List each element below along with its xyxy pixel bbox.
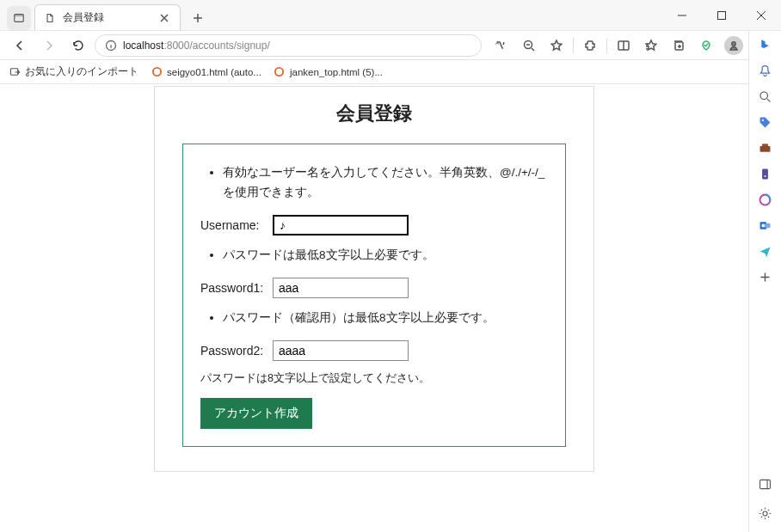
bing-chat-icon[interactable] xyxy=(757,36,774,53)
office-icon[interactable] xyxy=(757,191,774,208)
bookmark-item-seigyo[interactable]: seigyo01.html (auto... xyxy=(151,66,261,78)
svg-rect-19 xyxy=(762,168,768,179)
svg-point-15 xyxy=(760,91,768,99)
svg-point-16 xyxy=(762,119,764,120)
label-password1: Password1: xyxy=(200,281,268,295)
browser-toolbar: localhost:8000/accounts/signup/ A xyxy=(0,31,781,60)
outlook-icon[interactable] xyxy=(757,217,774,234)
games-icon[interactable] xyxy=(757,165,774,182)
import-favorites-button[interactable]: お気に入りのインポート xyxy=(9,65,138,78)
address-bar[interactable]: localhost:8000/accounts/signup/ xyxy=(95,34,482,57)
label-username: Username: xyxy=(200,218,268,232)
site-info-icon[interactable] xyxy=(104,39,118,52)
window-minimize-button[interactable] xyxy=(662,0,702,31)
password1-input[interactable] xyxy=(273,278,409,298)
back-button[interactable] xyxy=(7,34,33,58)
profile-avatar[interactable] xyxy=(721,34,747,58)
password2-input[interactable] xyxy=(273,340,409,361)
settings-gear-icon[interactable] xyxy=(757,504,774,522)
svg-text:A: A xyxy=(495,40,499,46)
forward-button[interactable] xyxy=(36,34,62,58)
send-icon[interactable] xyxy=(757,242,774,260)
svg-rect-1 xyxy=(15,15,24,17)
url-text: localhost:8000/accounts/signup/ xyxy=(123,40,472,52)
window-close-button[interactable] xyxy=(741,0,781,31)
svg-rect-18 xyxy=(762,144,768,146)
add-sidebar-icon[interactable] xyxy=(757,268,774,285)
svg-point-23 xyxy=(761,223,765,227)
page-viewport: 会員登録 有効なユーザー名を入力してください。半角英数、@/./+/-/_ を使… xyxy=(0,84,748,532)
svg-rect-24 xyxy=(760,480,771,488)
new-tab-button[interactable] xyxy=(186,6,210,30)
username-input[interactable] xyxy=(273,215,409,235)
svg-point-20 xyxy=(764,175,766,177)
favorite-star-icon[interactable] xyxy=(544,34,569,58)
file-icon xyxy=(274,66,286,78)
read-aloud-icon[interactable]: A xyxy=(489,34,514,58)
submit-button[interactable]: アカウント作成 xyxy=(200,398,312,429)
window-maximize-button[interactable] xyxy=(702,0,741,31)
svg-rect-22 xyxy=(766,223,771,227)
tab-close-icon[interactable] xyxy=(157,11,171,25)
bookmarks-bar: お気に入りのインポート seigyo01.html (auto... janke… xyxy=(0,60,781,84)
sidebar-toggle-icon[interactable] xyxy=(757,475,774,492)
page-favicon xyxy=(44,12,56,24)
svg-point-14 xyxy=(275,68,283,76)
error-username: 有効なユーザー名を入力してください。半角英数、@/./+/-/_ を使用できます… xyxy=(223,163,548,203)
error-password2: パスワード（確認用）は最低8文字以上必要です。 xyxy=(223,309,548,328)
label-password2: Password2: xyxy=(200,344,268,358)
import-icon xyxy=(9,66,21,78)
signup-card: 会員登録 有効なユーザー名を入力してください。半角英数、@/./+/-/_ を使… xyxy=(154,86,594,472)
split-screen-icon[interactable] xyxy=(611,34,636,58)
error-password1: パスワードは最低8文字以上必要です。 xyxy=(223,246,548,266)
bookmark-label: janken_top.html (5)... xyxy=(290,67,383,77)
tab-actions-icon[interactable] xyxy=(7,6,31,30)
tab-title: 会員登録 xyxy=(63,10,151,25)
svg-point-8 xyxy=(732,41,735,45)
shopping-tag-icon[interactable] xyxy=(757,113,774,131)
zoom-icon[interactable] xyxy=(516,34,542,58)
svg-point-25 xyxy=(763,511,767,515)
favorites-icon[interactable] xyxy=(638,34,664,58)
file-icon xyxy=(151,66,163,78)
page-heading: 会員登録 xyxy=(155,87,593,144)
signup-form: 有効なユーザー名を入力してください。半角英数、@/./+/-/_ を使用できます… xyxy=(182,144,566,447)
tools-icon[interactable] xyxy=(757,139,774,156)
svg-rect-2 xyxy=(718,12,726,20)
extensions-icon[interactable] xyxy=(577,34,603,58)
collections-icon[interactable] xyxy=(666,34,692,58)
bookmark-label: seigyo01.html (auto... xyxy=(167,67,261,77)
bookmark-item-janken[interactable]: janken_top.html (5)... xyxy=(274,66,383,78)
svg-point-13 xyxy=(152,68,160,76)
titlebar: 会員登録 xyxy=(0,0,781,31)
svg-rect-17 xyxy=(760,145,771,151)
browser-essentials-icon[interactable] xyxy=(693,34,719,58)
password-help-text: パスワードは8文字以上で設定してください。 xyxy=(200,371,548,386)
search-icon[interactable] xyxy=(757,88,774,105)
notification-bell-icon[interactable] xyxy=(757,62,774,79)
refresh-button[interactable] xyxy=(65,34,91,58)
browser-tab[interactable]: 会員登録 xyxy=(34,4,181,30)
import-favorites-label: お気に入りのインポート xyxy=(25,65,138,78)
edge-sidebar xyxy=(748,31,781,532)
